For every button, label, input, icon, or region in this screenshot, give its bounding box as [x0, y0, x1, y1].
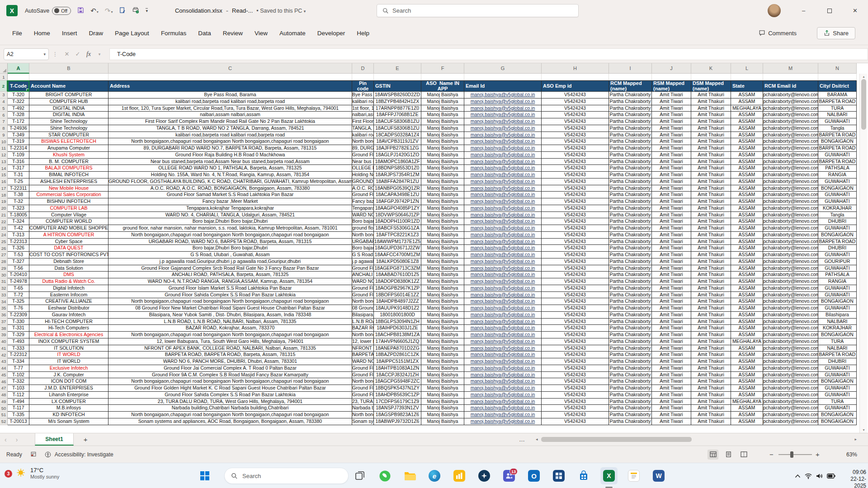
cell-N7[interactable]: GUWAHATI [818, 118, 857, 125]
cell-K28[interactable]: Amit Thakuri [691, 258, 731, 265]
cell-K49[interactable]: Amit Thakuri [691, 399, 731, 405]
row-header-16[interactable]: 16 [0, 178, 8, 185]
file-explorer-icon[interactable] [401, 467, 418, 484]
cell-E24[interactable]: 18AFTPC8221K1Z3 [374, 232, 421, 239]
cell-G33[interactable]: manoj.baishya@v5global.co.in [464, 292, 542, 299]
cell-D1[interactable] [352, 74, 374, 80]
cell-N29[interactable]: GUWAHATI [818, 265, 857, 272]
cell-E4[interactable]: 18BZYPB4842H1ZX [374, 99, 421, 105]
row-header-32[interactable]: 32 [0, 285, 8, 292]
cell-N42[interactable]: BARPETA ROAD [818, 352, 857, 358]
cell-I37[interactable]: Partha Chakraborty [609, 319, 652, 325]
cell-D2[interactable]: Pin code [352, 80, 374, 92]
cell-G49[interactable]: manoj.baishya@v5global.co.in [464, 399, 542, 405]
cell-A34[interactable]: T-325 [8, 298, 29, 305]
cell-N25[interactable]: BARPETA ROAD [818, 239, 857, 245]
cell-C3[interactable]: Bye Pass Road, Barama [108, 92, 352, 99]
column-header-L[interactable]: L [731, 63, 763, 74]
cell-N46[interactable]: BONGAIGAON [818, 378, 857, 385]
cell-J2[interactable]: RSM Mapped (name) [652, 80, 691, 92]
cell-C21[interactable]: WARD NO. 4, CHARIALI, TANGLA, Udalguri, … [108, 212, 352, 219]
cell-N31[interactable]: RANGIA [818, 278, 857, 285]
cell-E19[interactable]: 18AFGPJ9742P1ZN [374, 198, 421, 205]
cell-K9[interactable]: Amit Thakuri [691, 132, 731, 139]
cell-B22[interactable]: COMPUTER WORLD [29, 218, 108, 225]
cell-G43[interactable]: manoj.baishya@v5global.co.in [464, 358, 542, 365]
cell-C40[interactable]: 12, lower Babupara, Tura, South West Gar… [108, 338, 352, 345]
row-header-14[interactable]: 14 [0, 165, 8, 172]
column-header-E[interactable]: E [374, 63, 421, 74]
cell-E8[interactable]: 18ACUFS8306B1ZU [374, 125, 421, 132]
cell-E23[interactable]: 18ABCFS5306G1ZA [374, 225, 421, 232]
menu-tab-automate[interactable]: Automate [274, 21, 311, 45]
cell-M2[interactable]: RCM Email id [763, 80, 818, 92]
cell-F33[interactable]: Manoj Baishya [421, 292, 464, 299]
cell-L18[interactable]: ASSAM [731, 192, 763, 198]
cell-M1[interactable] [763, 74, 818, 80]
cell-D7[interactable]: First Floor Sarif Complex Ram Mandir Roa… [352, 118, 374, 125]
cell-B39[interactable]: Electrical & Electronics Agencies [29, 332, 108, 338]
scroll-right-icon[interactable]: ▸ [854, 437, 857, 441]
cell-I11[interactable]: Partha Chakraborty [609, 145, 652, 152]
cell-A14[interactable]: T-317 [8, 165, 29, 172]
cell-B27[interactable]: COST TO COST INFOTRONICS PVT LTD [29, 252, 108, 258]
cell-G20[interactable]: manoj.baishya@v5global.co.in [464, 205, 542, 212]
cell-I12[interactable]: Partha Chakraborty [609, 152, 652, 159]
cell-L1[interactable] [731, 74, 763, 80]
cell-M28[interactable]: pchakraborty@lenovo.com [763, 258, 818, 265]
column-header-N[interactable]: N [818, 63, 857, 74]
cell-K5[interactable]: Amit Thakuri [691, 105, 731, 112]
cell-C19[interactable]: Fancy bazar ,Meer Market [108, 198, 352, 205]
cell-A38[interactable]: T-331 [8, 325, 29, 332]
cell-B9[interactable]: STAR COMPUTER [29, 132, 108, 139]
cell-D3[interactable]: Bye Pass Road, Barama [352, 92, 374, 99]
cell-L26[interactable]: ASSAM [731, 245, 763, 252]
row-header-9[interactable]: 9 [0, 132, 8, 139]
cell-K44[interactable]: Amit Thakuri [691, 365, 731, 372]
cell-I18[interactable]: Partha Chakraborty [609, 192, 652, 198]
cell-I1[interactable] [609, 74, 652, 80]
cell-M42[interactable]: pchakraborty@lenovo.com [763, 352, 818, 358]
cell-M44[interactable]: pchakraborty@lenovo.com [763, 365, 818, 372]
cell-I31[interactable]: Partha Chakraborty [609, 278, 652, 285]
cell-N43[interactable]: DHUBRI [818, 358, 857, 365]
cell-J52[interactable]: Amit Tiwari [652, 418, 691, 425]
row-header-48[interactable]: 48 [0, 392, 8, 399]
cell-F37[interactable]: Manoj Baishya [421, 319, 464, 325]
cell-C35[interactable]: 08 Ground Floor New Market Chatribari Ro… [108, 305, 352, 312]
cell-F8[interactable]: Manoj Baishya [421, 125, 464, 132]
cell-K26[interactable]: Amit Thakuri [691, 245, 731, 252]
cell-J5[interactable]: Amit Tiwari [652, 105, 691, 112]
cell-H27[interactable]: V5424243 [542, 252, 609, 258]
cell-E47[interactable]: 18BQSPK5437N1ZY [374, 385, 421, 392]
weather-widget[interactable]: 3 17°C Mostly sunny [5, 467, 59, 480]
cell-A51[interactable]: T-335 [8, 412, 29, 418]
cell-D34[interactable]: North bongaigaon,chapaguri road bongaing… [352, 298, 374, 305]
cell-I33[interactable]: Partha Chakraborty [609, 292, 652, 299]
volume-icon[interactable] [816, 473, 823, 479]
cell-B18[interactable]: Commercial Sales Corporation [29, 192, 108, 198]
cell-C42[interactable]: BARPETA ROAD, BARPETA ROAD, Barpeta, Ass… [108, 352, 352, 358]
cell-M6[interactable]: pchakraborty@lenovo.com [763, 112, 818, 118]
row-header-17[interactable]: 17 [0, 185, 8, 192]
cell-H22[interactable]: V5424243 [542, 218, 609, 225]
vertical-scrollbar[interactable]: ▴ ▾ [859, 74, 867, 433]
cell-D23[interactable]: ground floor, nahar mansion, nahar mansi… [352, 225, 374, 232]
scroll-left-icon[interactable]: ◂ [536, 437, 538, 441]
cell-G32[interactable]: manoj.baishya@v5global.co.in [464, 285, 542, 292]
cell-K41[interactable]: Amit Thakuri [691, 345, 731, 352]
cell-G26[interactable]: manoj.baishya@v5global.co.in [464, 245, 542, 252]
cell-H20[interactable]: V5424243 [542, 205, 609, 212]
word-icon[interactable]: W [650, 467, 667, 484]
cell-I41[interactable]: Partha Chakraborty [609, 345, 652, 352]
cell-N19[interactable]: GUWAHATI [818, 198, 857, 205]
cell-L2[interactable]: State [731, 80, 763, 92]
cell-H16[interactable]: V5424243 [542, 178, 609, 185]
row-header-22[interactable]: 22 [0, 218, 8, 225]
cell-E18[interactable]: 18ACAPA3498E1ZU [374, 192, 421, 198]
cell-E29[interactable]: 18AGEPG8713C3ZM [374, 265, 421, 272]
cell-N41[interactable]: NALBARI [818, 345, 857, 352]
user-avatar[interactable] [768, 4, 781, 17]
cell-A33[interactable]: T-72 [8, 292, 29, 299]
cell-L17[interactable]: ASSAM [731, 185, 763, 192]
